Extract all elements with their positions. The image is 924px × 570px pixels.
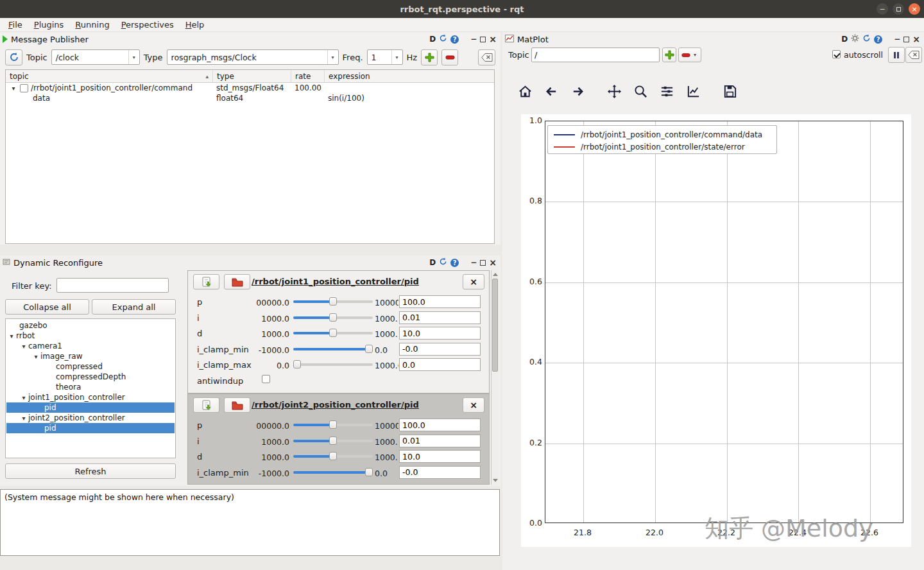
type-combo[interactable]: rosgraph_msgs/Clock ▾ [167,49,339,65]
minimize-icon[interactable]: − [470,258,477,267]
help-icon[interactable]: ? [450,35,459,44]
collapse-all-button[interactable]: Collapse all [5,299,89,315]
dock-icon[interactable]: D [841,35,848,44]
tree-item-image-raw[interactable]: ▾image_raw [6,351,175,361]
antiwindup-checkbox[interactable] [262,375,270,383]
menu-file[interactable]: File [3,20,28,30]
expander-icon[interactable]: ▾ [19,394,28,401]
scrollbar-thumb[interactable] [492,279,498,372]
close-icon[interactable]: × [489,35,497,43]
reload-icon[interactable] [862,34,871,44]
cell-expression[interactable]: sin(i/100) [324,93,494,103]
slider-handle[interactable] [293,360,301,368]
menu-plugins[interactable]: Plugins [28,20,70,30]
param-slider[interactable] [293,436,373,445]
edit-axis-button[interactable] [680,81,706,101]
add-publisher-button[interactable] [421,49,438,65]
home-button[interactable] [512,81,538,101]
slider-handle[interactable] [329,420,337,429]
minimize-icon[interactable]: − [470,35,477,44]
save-figure-button[interactable] [717,81,743,101]
close-icon[interactable]: × [912,35,920,43]
param-value-input[interactable] [399,311,481,324]
tree-item-theora[interactable]: theora [6,382,175,392]
tree-item-camera1[interactable]: ▾camera1 [6,341,175,351]
column-expression[interactable]: expression [324,70,494,82]
param-value-input[interactable] [399,358,481,371]
param-slider[interactable] [293,468,373,477]
param-value-input[interactable] [399,466,481,479]
param-slider[interactable] [293,329,373,338]
tree-item-compressed[interactable]: compressed [6,361,175,372]
minimize-icon[interactable]: − [894,35,900,44]
slider-handle[interactable] [365,468,373,476]
refresh-button[interactable]: Refresh [5,463,176,479]
table-row[interactable]: ▾ /rrbot/joint1_position_controller/comm… [6,83,494,93]
forward-button[interactable] [565,81,591,101]
window-minimize-button[interactable]: − [877,3,888,15]
settings-gear-icon[interactable] [851,34,859,44]
tree-item-joint1-position-controller[interactable]: ▾joint1_position_controller [6,392,175,402]
freq-combo[interactable]: 1 ▾ [367,49,403,65]
configure-subplots-button[interactable] [654,81,680,101]
pan-button[interactable] [601,81,628,101]
expand-all-button[interactable]: Expand all [92,299,176,315]
tree-item-joint2-position-controller[interactable]: ▾joint2_position_controller [6,413,175,423]
publisher-enabled-checkbox[interactable] [20,84,28,92]
remove-publisher-button[interactable] [441,49,458,65]
expander-icon[interactable]: ▾ [10,85,17,92]
close-pid-button[interactable]: × [463,397,484,413]
add-topic-button[interactable] [662,48,676,62]
tree-item-joint2-pid[interactable]: pid [6,423,175,433]
window-maximize-button[interactable] [893,3,904,15]
dock-icon[interactable]: D [429,258,436,267]
table-row[interactable]: data float64 sin(i/100) [6,93,494,103]
param-slider[interactable] [293,420,373,429]
slider-handle[interactable] [329,436,337,445]
remove-topic-button[interactable]: ▾ [678,48,701,62]
param-value-input[interactable] [399,343,481,356]
expander-icon[interactable]: ▾ [19,343,28,350]
param-slider[interactable] [293,297,373,306]
refresh-topics-button[interactable] [5,49,22,65]
expander-icon[interactable]: ▾ [7,332,16,340]
menu-running[interactable]: Running [69,20,115,30]
topic-combo[interactable]: /clock ▾ [51,49,140,65]
plot-canvas[interactable]: /rrbot/joint1_position_controller/comman… [521,114,911,547]
tree-item-compressed-depth[interactable]: compressedDepth [6,372,175,382]
window-close-button[interactable]: × [909,3,920,15]
filter-key-input[interactable] [56,278,169,293]
dock-icon[interactable]: D [429,35,436,44]
zoom-button[interactable] [628,81,654,101]
param-value-input[interactable] [399,419,481,431]
autoscroll-checkbox[interactable] [832,50,841,58]
back-button[interactable] [538,81,565,101]
column-rate[interactable]: rate [291,70,324,82]
close-icon[interactable]: × [489,259,497,266]
column-topic[interactable]: topic ▴ [6,70,212,82]
save-config-button[interactable] [193,397,219,413]
close-pid-button[interactable]: × [463,274,484,289]
param-value-input[interactable] [399,435,481,447]
menu-perspectives[interactable]: Perspectives [116,20,180,30]
param-slider[interactable] [293,313,373,322]
expander-icon[interactable]: ▾ [31,353,40,360]
help-icon[interactable]: ? [874,35,882,44]
scrollbar[interactable] [491,270,499,485]
topic-input[interactable] [531,48,660,62]
slider-handle[interactable] [329,329,337,337]
table-header[interactable]: topic ▴ type rate expression [6,70,494,83]
dropdown-icon[interactable]: ▾ [128,50,139,64]
scroll-up-icon[interactable] [493,273,498,276]
scroll-down-icon[interactable] [493,479,498,482]
param-slider[interactable] [293,360,373,369]
dropdown-icon[interactable]: ▾ [391,50,402,64]
load-config-button[interactable] [224,397,250,413]
param-value-input[interactable] [399,450,481,463]
dynamic-reconfigure-titlebar[interactable]: Dynamic Reconfigure D ? − × [0,255,501,270]
float-icon[interactable] [480,260,486,266]
float-icon[interactable] [903,37,909,42]
pause-button[interactable] [888,47,905,63]
tree-item-rrbot[interactable]: ▾rrbot [6,331,175,341]
column-type[interactable]: type [212,70,291,82]
